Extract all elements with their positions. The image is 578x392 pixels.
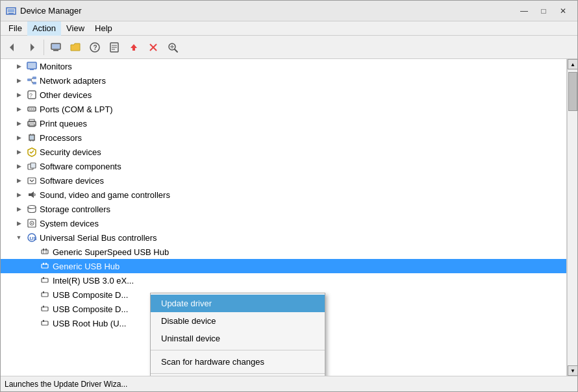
scrollbar-thumb[interactable]: [568, 72, 577, 111]
tree-item-usb-intel[interactable]: Intel(R) USB 3.0 eX...: [1, 273, 566, 288]
processor-icon: [26, 132, 38, 143]
tree-item-processors[interactable]: ▶ Processors: [1, 130, 566, 145]
svg-line-46: [32, 180, 34, 182]
swcomp-label: Software components: [40, 162, 121, 171]
usb-device-icon-6: [39, 317, 51, 329]
monitors-label: Monitors: [40, 62, 72, 71]
tree-item-swdev[interactable]: ▶ Software devices: [1, 173, 566, 188]
ports-icon: [26, 103, 38, 115]
tree-item-ports[interactable]: ▶ Ports (COM & LPT): [1, 102, 566, 116]
system-icon: [26, 217, 38, 229]
usb-device-icon-1: [39, 246, 51, 258]
title-bar: Device Manager — □ ✕: [1, 1, 577, 21]
delete-button[interactable]: [144, 38, 162, 56]
usb-comp2-label: USB Composite D...: [53, 304, 128, 314]
expand-icon-other: ▶: [14, 90, 24, 100]
tree-item-other[interactable]: ▶ ? Other devices: [1, 88, 566, 102]
svg-point-30: [29, 108, 31, 110]
tree-item-usb[interactable]: ▼ USB Universal Serial Bus controllers: [1, 230, 566, 245]
back-button[interactable]: [3, 38, 21, 56]
properties-button[interactable]: [105, 38, 123, 56]
window-controls: — □ ✕: [515, 4, 572, 18]
tree-item-swcomp[interactable]: ▶ Software components: [1, 159, 566, 173]
ctx-uninstall-device[interactable]: Uninstall device: [151, 330, 325, 347]
expand-icon-processors: ▶: [14, 132, 24, 143]
status-bar: Launches the Update Driver Wiza...: [1, 376, 577, 391]
svg-point-32: [33, 108, 34, 110]
expand-icon-system: ▶: [14, 218, 24, 228]
processors-label: Processors: [40, 133, 82, 143]
tree-item-network[interactable]: ▶ Network adapters: [1, 73, 566, 88]
usb-device-icon-3: [39, 275, 51, 286]
expand-icon-security: ▶: [14, 147, 24, 157]
tree-panel[interactable]: ▶ Monitors ▶ Network adapters ▶ ? Other …: [1, 59, 567, 376]
svg-rect-66: [42, 307, 48, 311]
svg-rect-2: [8, 13, 14, 14]
security-icon: [26, 146, 38, 158]
network-icon: [26, 75, 38, 86]
tree-item-monitors[interactable]: ▶ Monitors: [1, 59, 566, 73]
status-text: Launches the Update Driver Wiza...: [5, 380, 127, 389]
svg-rect-64: [42, 293, 48, 297]
scrollbar[interactable]: ▲ ▼: [567, 59, 577, 376]
ctx-update-driver[interactable]: Update driver: [151, 295, 325, 312]
ctx-separator-1: [151, 350, 325, 350]
tree-item-security[interactable]: ▶ Security devices: [1, 145, 566, 159]
scan-button[interactable]: [164, 38, 182, 56]
svg-rect-62: [42, 278, 48, 282]
expand-icon-usb: ▼: [14, 232, 24, 243]
print-icon: [26, 117, 38, 129]
tree-item-usb-hub2[interactable]: Generic USB Hub: [1, 259, 566, 273]
close-button[interactable]: ✕: [554, 4, 572, 18]
storage-icon: [26, 203, 38, 215]
usb-intel-label: Intel(R) USB 3.0 eX...: [53, 276, 134, 286]
svg-rect-47: [29, 193, 31, 196]
forward-button[interactable]: [23, 38, 41, 56]
folder-button[interactable]: [66, 38, 84, 56]
usb-hub2-label: Generic USB Hub: [53, 262, 119, 271]
other-label: Other devices: [40, 90, 92, 100]
svg-text:USB: USB: [30, 236, 38, 241]
ctx-disable-device[interactable]: Disable device: [151, 312, 325, 330]
svg-point-31: [31, 108, 32, 110]
other-icon: ?: [26, 89, 38, 101]
tree-item-usb-hub1[interactable]: Generic SuperSpeed USB Hub: [1, 245, 566, 259]
svg-line-25: [31, 78, 32, 80]
svg-rect-59: [42, 264, 48, 268]
update-button[interactable]: [125, 38, 143, 56]
ports-label: Ports (COM & LPT): [40, 104, 113, 114]
svg-rect-22: [27, 79, 31, 81]
expand-icon-ports: ▶: [14, 104, 24, 114]
menu-view[interactable]: View: [61, 21, 90, 36]
minimize-button[interactable]: —: [515, 4, 533, 18]
expand-icon-usb-intel: [27, 275, 37, 286]
svg-rect-24: [32, 82, 36, 84]
svg-rect-7: [52, 44, 60, 49]
tree-item-system[interactable]: ▶ System devices: [1, 216, 566, 230]
scrollbar-arrow-down[interactable]: ▼: [568, 365, 577, 376]
scrollbar-arrow-up[interactable]: ▲: [568, 59, 577, 69]
system-label: System devices: [40, 219, 99, 228]
ctx-scan-hardware[interactable]: Scan for hardware changes: [151, 353, 325, 371]
svg-rect-43: [31, 163, 36, 168]
context-menu: Update driver Disable device Uninstall d…: [150, 293, 325, 376]
svg-rect-44: [28, 178, 36, 184]
storage-label: Storage controllers: [40, 204, 110, 214]
menu-file[interactable]: File: [3, 21, 27, 36]
menu-help[interactable]: Help: [90, 21, 118, 36]
usb-device-icon-5: [39, 303, 51, 315]
computer-button[interactable]: [47, 38, 65, 56]
svg-rect-65: [43, 291, 44, 293]
help-button[interactable]: ?: [86, 38, 104, 56]
tree-item-storage[interactable]: ▶ Storage controllers: [1, 202, 566, 216]
menu-action[interactable]: Action: [27, 21, 61, 36]
svg-rect-20: [28, 63, 36, 68]
tree-item-sound[interactable]: ▶ Sound, video and game controllers: [1, 188, 566, 202]
tree-item-print[interactable]: ▶ Print queues: [1, 116, 566, 130]
expand-icon-usb-hub2: [27, 261, 37, 271]
usb-hub1-label: Generic SuperSpeed USB Hub: [53, 247, 169, 257]
maximize-button[interactable]: □: [534, 4, 553, 18]
toolbar-separator-1: [44, 40, 44, 55]
ctx-separator-2: [151, 373, 325, 374]
network-label: Network adapters: [40, 76, 106, 86]
